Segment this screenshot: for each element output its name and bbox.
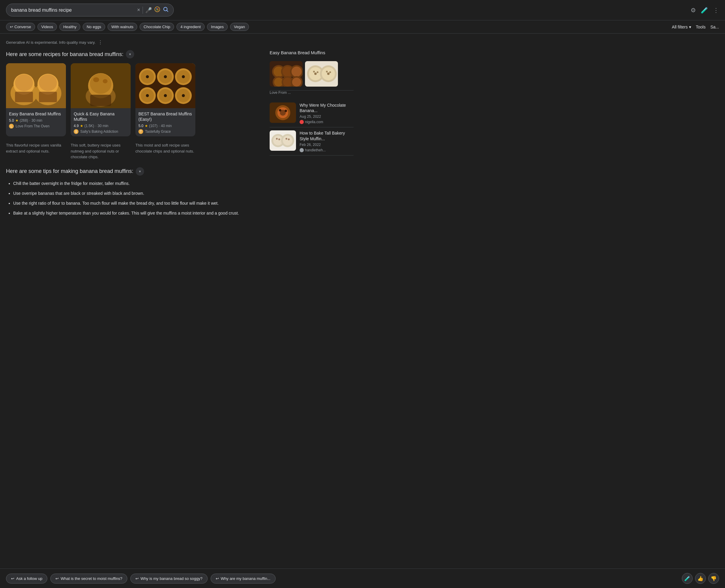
- recipe-meta-2: 4.9 ★ (1.5K) · 30 min: [74, 124, 128, 128]
- ai-notice: Generative AI is experimental. Info qual…: [6, 40, 354, 45]
- side-source-label[interactable]: Love From ...: [270, 90, 354, 95]
- tips-toggle-button[interactable]: ▾: [136, 167, 144, 175]
- main-content: Generative AI is experimental. Info qual…: [0, 34, 360, 230]
- recipe-info-1: Easy Banana Bread Muffins 5.0 ★ (268) · …: [6, 108, 66, 131]
- tips-section-header: Here are some tips for making banana bre…: [6, 167, 264, 175]
- chip-4-ingredient[interactable]: 4 ingredient: [176, 23, 205, 31]
- svg-point-22: [103, 79, 108, 83]
- side-panel-main-item[interactable]: [270, 60, 354, 90]
- content-wrapper: Here are some recipes for banana bread m…: [6, 50, 354, 224]
- header-right-icons: ⚙ 🧪 ⋮: [690, 6, 719, 14]
- more-icon[interactable]: ⋮: [713, 6, 719, 14]
- thumbs-up-button[interactable]: 👍: [695, 573, 706, 584]
- lens-icon[interactable]: [154, 6, 160, 14]
- recipe-image-3: [135, 63, 195, 108]
- source-icon-2: S: [74, 129, 79, 134]
- svg-point-21: [93, 77, 99, 82]
- recipes-toggle-button[interactable]: ▾: [126, 50, 134, 59]
- svg-point-20: [90, 74, 111, 94]
- chip-converse[interactable]: ↩ Converse: [6, 23, 35, 31]
- mic-icon[interactable]: 🎤: [145, 7, 152, 14]
- ask-follow-up-chip[interactable]: ↩ Ask a follow up: [6, 574, 47, 584]
- svg-point-30: [164, 75, 167, 78]
- svg-point-5: [157, 9, 158, 10]
- recipe-card-3[interactable]: BEST Banana Bread Muffins (Easy!) 5.0 ★ …: [135, 63, 195, 136]
- chip-with-walnuts[interactable]: With walnuts: [108, 23, 137, 31]
- ai-notice-menu[interactable]: ⋮: [98, 40, 103, 45]
- source-dot-2: [300, 148, 304, 152]
- bottom-bar: ↩ Ask a follow up ↩ What is the secret t…: [0, 568, 725, 588]
- filters-right: All filters ▾ Tools Sa...: [672, 25, 719, 29]
- svg-point-81: [288, 139, 290, 140]
- chip-vegan[interactable]: Vegan: [230, 23, 249, 31]
- svg-point-39: [164, 94, 167, 97]
- svg-point-62: [313, 71, 315, 72]
- labs-icon[interactable]: 🧪: [701, 6, 708, 14]
- svg-point-61: [314, 72, 317, 75]
- search-submit-icon[interactable]: [163, 6, 169, 14]
- chip-videos[interactable]: Videos: [38, 23, 57, 31]
- recipe-desc-2: This soft, buttery recipe uses nutmeg an…: [71, 142, 131, 160]
- svg-line-7: [167, 10, 168, 12]
- side-item-source-2: handletheh...: [300, 148, 354, 152]
- tip-2: Use overripe bananas that are black or s…: [13, 190, 264, 196]
- svg-rect-12: [15, 92, 33, 102]
- recipe-meta-1: 5.0 ★ (268) · 30 min: [9, 119, 63, 123]
- source-icon-3: T: [138, 129, 143, 134]
- chip-chocolate-chip[interactable]: Chocolate Chip: [140, 23, 174, 31]
- header: × 🎤 ⚙ 🧪 ⋮: [0, 0, 725, 20]
- side-panel-title: Easy Banana Bread Muffins: [270, 50, 354, 55]
- side-related-item-1[interactable]: Why Were My Chocolate Banana... Aug 25, …: [270, 100, 354, 127]
- side-related-item-2[interactable]: How to Bake Tall Bakery Style Muffin... …: [270, 127, 354, 155]
- labs-bottom-icon[interactable]: 🧪: [682, 573, 692, 584]
- chevron-down-icon: ▾: [689, 25, 691, 29]
- thumbs-down-button[interactable]: 👎: [708, 573, 719, 584]
- side-related-info-1: Why Were My Chocolate Banana... Aug 25, …: [300, 103, 354, 124]
- clear-icon[interactable]: ×: [137, 7, 140, 13]
- svg-point-2: [156, 8, 157, 9]
- save-button[interactable]: Sa...: [710, 25, 719, 29]
- recipe-info-2: Quick & Easy Banana Muffins 4.9 ★ (1.5K)…: [71, 108, 131, 136]
- svg-point-77: [283, 136, 292, 145]
- chips-bar: ↩ Converse Videos Healthy No eggs With w…: [0, 20, 725, 34]
- svg-point-36: [146, 94, 149, 97]
- svg-point-71: [279, 109, 281, 111]
- svg-rect-23: [90, 95, 111, 106]
- star-icon: ★: [15, 119, 19, 123]
- recipe-desc-3: This moist and soft recipe uses chocolat…: [135, 142, 195, 160]
- svg-point-15: [39, 74, 57, 91]
- recipe-descriptions: This flavorful recipe uses vanilla extra…: [6, 142, 264, 160]
- all-filters-button[interactable]: All filters ▾: [672, 25, 691, 29]
- search-input[interactable]: [11, 7, 134, 13]
- suggestion-chip-3[interactable]: ↩ Why are my banana muffin...: [211, 574, 276, 584]
- source-dot-1: [300, 120, 304, 124]
- side-related-img-2: [270, 130, 296, 151]
- svg-point-63: [317, 71, 318, 73]
- tip-3: Use the right ratio of flour to banana. …: [13, 200, 264, 207]
- side-img-light: [305, 61, 338, 87]
- left-column: Here are some recipes for banana bread m…: [6, 50, 264, 224]
- svg-point-4: [156, 9, 157, 10]
- settings-icon[interactable]: ⚙: [690, 6, 696, 14]
- svg-point-80: [285, 138, 287, 140]
- chip-healthy[interactable]: Healthy: [59, 23, 80, 31]
- suggestion-chip-2[interactable]: ↩ Why is my banana bread so soggy?: [130, 574, 208, 584]
- recipe-card-2[interactable]: Quick & Easy Banana Muffins 4.9 ★ (1.5K)…: [71, 63, 131, 136]
- tools-button[interactable]: Tools: [696, 25, 706, 29]
- recipes-section-header: Here are some recipes for banana bread m…: [6, 50, 264, 59]
- svg-point-78: [276, 138, 278, 140]
- recipe-info-3: BEST Banana Bread Muffins (Easy!) 5.0 ★ …: [135, 108, 195, 136]
- side-related-info-2: How to Bake Tall Bakery Style Muffin... …: [300, 130, 354, 152]
- tips-list: Chill the batter overnight in the fridge…: [6, 181, 264, 216]
- recipe-source-2: S Sally's Baking Addiction: [74, 129, 128, 134]
- svg-point-55: [292, 78, 301, 87]
- chip-images[interactable]: Images: [207, 23, 228, 31]
- suggestion-chip-1[interactable]: ↩ What is the secret to moist muffins?: [50, 574, 127, 584]
- chip-no-eggs[interactable]: No eggs: [83, 23, 105, 31]
- svg-point-72: [284, 110, 287, 112]
- recipe-card-1[interactable]: Easy Banana Bread Muffins 5.0 ★ (268) · …: [6, 63, 66, 136]
- side-related-img-1: [270, 103, 296, 123]
- tips-section: Here are some tips for making banana bre…: [6, 167, 264, 216]
- tip-4: Bake at a slightly higher temperature th…: [13, 210, 264, 216]
- svg-point-42: [182, 94, 185, 97]
